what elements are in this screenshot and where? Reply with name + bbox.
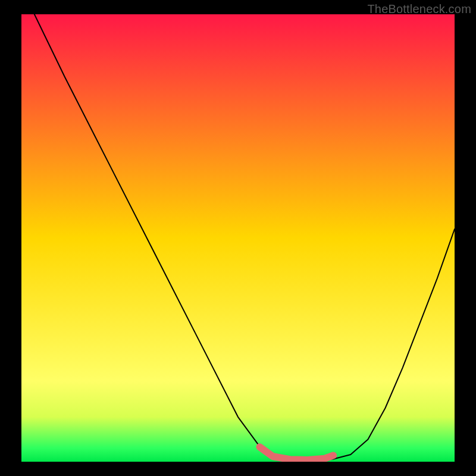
gradient-background — [21, 14, 455, 462]
chart-stage: TheBottleneck.com — [0, 0, 476, 476]
plot-svg — [21, 14, 455, 462]
watermark-text: TheBottleneck.com — [367, 2, 471, 16]
plot-area — [21, 14, 455, 462]
